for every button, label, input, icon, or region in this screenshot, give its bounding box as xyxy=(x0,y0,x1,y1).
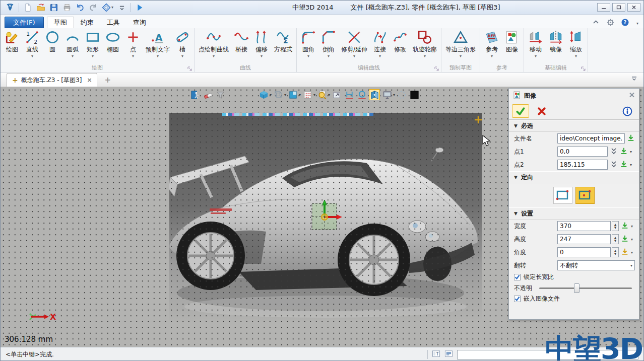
angle-input[interactable] xyxy=(557,247,611,257)
dropdown-caret-icon[interactable]: ▾ xyxy=(491,54,493,59)
section-required[interactable]: ▼必选 xyxy=(509,120,639,132)
height-dropdown-caret[interactable]: ▾ xyxy=(631,237,633,242)
dropdown-caret-icon[interactable]: ▾ xyxy=(379,54,381,59)
ribbon-tool-bridge[interactable]: 桥接 xyxy=(231,29,251,64)
new-tab-button[interactable]: + xyxy=(104,76,111,85)
input-mode-icon[interactable]: T xyxy=(432,349,440,359)
opacity-slider[interactable] xyxy=(539,287,632,289)
image-origin-manipulator[interactable] xyxy=(307,199,343,235)
point1-input[interactable] xyxy=(557,147,608,157)
redo-icon[interactable] xyxy=(87,2,99,13)
undo-icon[interactable] xyxy=(74,2,86,13)
play-icon[interactable] xyxy=(134,2,146,13)
dropdown-caret-icon[interactable]: ▾ xyxy=(92,54,94,59)
dropdown-caret-icon[interactable]: ▾ xyxy=(535,54,537,59)
tab-close-icon[interactable]: × xyxy=(87,77,92,84)
customize-toolbar-icon[interactable] xyxy=(116,2,128,13)
ribbon-tool-mirror[interactable]: 镜像 xyxy=(546,29,566,64)
flip-select[interactable]: 不翻转 ▾ xyxy=(557,260,635,270)
ribbon-tool-chamfer[interactable]: 倒角▾ xyxy=(318,29,339,64)
ribbon-tool-line[interactable]: 12直线▾ xyxy=(22,29,42,64)
expand-chevrons-icon[interactable] xyxy=(610,160,618,170)
ribbon-tool-fillet[interactable]: 圆角▾ xyxy=(298,29,318,64)
ribbon-tool-text[interactable]: A预制文字▾ xyxy=(143,29,172,64)
dropdown-caret-icon[interactable]: ▾ xyxy=(299,93,301,97)
ribbon-tool-circle[interactable]: 圆 xyxy=(42,29,62,64)
pick-point-icon[interactable] xyxy=(620,160,628,170)
height-spinner[interactable]: ▲▼ xyxy=(612,234,619,244)
ribbon-tool-scale[interactable]: 缩放▾ xyxy=(566,29,586,64)
minimize-button[interactable] xyxy=(597,3,610,12)
print-icon[interactable] xyxy=(61,2,73,13)
section-settings[interactable]: ▼设置 xyxy=(509,207,639,220)
save-file-icon[interactable] xyxy=(48,2,60,13)
dropdown-caret-icon[interactable]: ▾ xyxy=(157,54,159,59)
ribbon-tool-trim[interactable]: 修剪/延伸▾ xyxy=(339,29,370,64)
info-button[interactable] xyxy=(619,104,636,118)
section-orientation[interactable]: ▼定向 xyxy=(509,171,639,183)
dropdown-caret-icon[interactable]: ▾ xyxy=(72,54,74,59)
orientation-center-point-button[interactable] xyxy=(575,187,595,204)
ribbon-tool-equation[interactable]: Σ方程式 xyxy=(272,29,295,64)
exit-sketch-icon[interactable] xyxy=(189,89,201,100)
filename-input[interactable] xyxy=(557,133,625,143)
new-file-icon[interactable] xyxy=(22,2,34,13)
ribbon-tool-move[interactable]: 移动▾ xyxy=(526,29,546,64)
ribbon-tool-connect[interactable]: 连接▾ xyxy=(370,29,390,64)
dropdown-caret-icon[interactable]: ▾ xyxy=(460,54,462,59)
dropdown-caret-icon[interactable]: ▾ xyxy=(328,54,330,59)
dropdown-caret-icon[interactable]: ▾ xyxy=(132,54,134,59)
menu-tab-0[interactable]: 草图 xyxy=(47,17,74,28)
dialog-launcher-icon[interactable] xyxy=(581,65,586,73)
resize-view-icon[interactable] xyxy=(331,89,342,100)
grid-settings-icon[interactable] xyxy=(302,89,313,100)
embed-checkbox[interactable] xyxy=(514,296,521,302)
dropdown-caret-icon[interactable]: ▾ xyxy=(261,54,263,59)
settings-gear-icon[interactable] xyxy=(607,19,614,28)
dropdown-caret-icon[interactable]: ▾ xyxy=(328,93,330,97)
file-menu-button[interactable]: 文件(F) xyxy=(5,17,44,28)
ribbon-tool-spline[interactable]: 点绘制曲线▾ xyxy=(196,29,231,64)
view-plane-icon[interactable] xyxy=(287,89,298,100)
width-dropdown-caret[interactable]: ▾ xyxy=(631,224,633,229)
lock-aspect-checkbox[interactable] xyxy=(514,274,521,280)
menu-tab-3[interactable]: 查询 xyxy=(126,17,153,28)
dropdown-caret-icon[interactable]: ▾ xyxy=(393,93,395,97)
zoom-document-icon[interactable] xyxy=(316,89,328,100)
radius-measure-icon[interactable] xyxy=(356,89,367,100)
command-list-icon[interactable] xyxy=(444,349,453,359)
point2-input[interactable] xyxy=(557,160,608,170)
width-input[interactable] xyxy=(557,221,611,231)
ribbon-tool-arc[interactable]: 圆弧▾ xyxy=(62,29,83,64)
eraser-icon[interactable] xyxy=(202,89,213,100)
dropdown-caret-icon[interactable]: ▾ xyxy=(284,93,286,97)
dropdown-caret-icon[interactable]: ▾ xyxy=(353,54,355,59)
panel-close-icon[interactable] xyxy=(629,92,635,99)
dropdown-caret-icon[interactable]: ▾ xyxy=(424,54,426,59)
wireframe-cube-icon[interactable] xyxy=(273,89,284,100)
shaded-cube-icon[interactable] xyxy=(258,89,269,100)
close-button[interactable] xyxy=(627,3,640,12)
ribbon-tool-point[interactable]: 点▾ xyxy=(123,29,143,64)
ribbon-tool-slot[interactable]: 槽▾ xyxy=(172,29,192,64)
menu-tab-1[interactable]: 约束 xyxy=(74,17,100,28)
ribbon-tool-ellipse[interactable]: 椭圆 xyxy=(103,29,123,64)
width-spinner[interactable]: ▲▼ xyxy=(612,221,619,231)
document-tab[interactable]: + 概念跑车.Z3 - [草图3] × xyxy=(7,73,97,87)
browse-file-icon[interactable] xyxy=(627,134,635,143)
pick-height-icon[interactable] xyxy=(621,235,629,244)
dropdown-caret-icon[interactable]: ▾ xyxy=(313,93,315,97)
opacity-slider-thumb[interactable] xyxy=(574,283,579,293)
ribbon-tool-track-profile[interactable]: 轨迹轮廓▾ xyxy=(410,29,439,64)
image-plane-icon[interactable] xyxy=(369,89,380,100)
dropdown-caret-icon[interactable]: ▾ xyxy=(575,54,577,59)
open-file-icon[interactable] xyxy=(35,2,47,13)
app-logo-icon[interactable] xyxy=(4,2,16,13)
tab-list-dropdown-icon[interactable] xyxy=(631,74,637,84)
pick-width-icon[interactable] xyxy=(621,222,629,231)
expand-chevrons-icon[interactable] xyxy=(610,147,618,157)
dropdown-caret-icon[interactable]: ▾ xyxy=(307,54,309,59)
point2-dropdown-caret[interactable]: ▾ xyxy=(630,163,632,167)
cancel-button[interactable] xyxy=(533,104,550,118)
dropdown-caret-icon[interactable]: ▾ xyxy=(181,54,183,59)
